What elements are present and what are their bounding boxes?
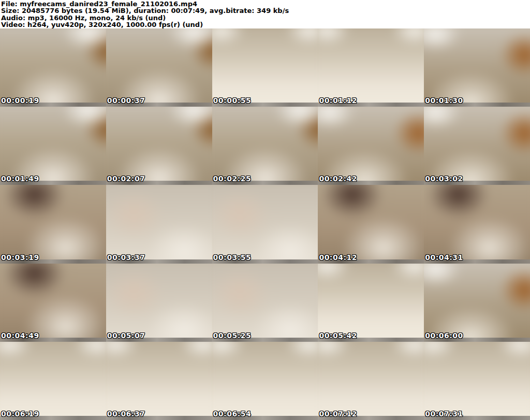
timestamp-overlay: 00:02:07 <box>107 175 145 183</box>
timestamp-overlay: 00:01:49 <box>1 175 39 183</box>
thumbnail: 00:01:30 <box>424 28 530 107</box>
video-frame-placeholder <box>106 28 212 107</box>
thumbnail: 00:06:19 <box>0 342 106 420</box>
thumbnail: 00:06:54 <box>212 342 318 420</box>
thumbnail: 00:07:31 <box>424 342 530 420</box>
video-frame-placeholder <box>424 28 530 107</box>
timestamp-overlay: 00:05:07 <box>107 331 145 340</box>
timestamp-overlay: 00:00:19 <box>1 96 39 105</box>
thumbnail: 00:04:49 <box>0 264 106 342</box>
file-info-line-file: File: myfreecams_danired23_female_211020… <box>1 1 530 7</box>
timestamp-overlay: 00:06:54 <box>213 410 252 418</box>
video-frame-placeholder <box>212 264 318 342</box>
thumbnail: 00:05:42 <box>318 264 424 342</box>
file-info-line-audio: Audio: mp3, 16000 Hz, mono, 24 kb/s (und… <box>1 15 530 21</box>
thumbnail: 00:01:12 <box>318 28 424 107</box>
thumbnail-grid: 00:00:19 00:00:37 00:00:55 00:01:12 00:0… <box>0 28 530 420</box>
video-frame-placeholder <box>212 28 318 107</box>
timestamp-overlay: 00:04:12 <box>319 253 357 262</box>
thumbnail: 00:03:02 <box>424 107 530 185</box>
thumbnail: 00:05:25 <box>212 264 318 342</box>
thumbnail: 00:05:07 <box>106 264 212 342</box>
video-frame-placeholder <box>212 342 318 420</box>
thumbnail: 00:04:12 <box>318 185 424 263</box>
timestamp-overlay: 00:03:19 <box>1 253 39 262</box>
video-frame-placeholder <box>0 107 106 185</box>
thumbnail: 00:03:37 <box>106 185 212 263</box>
file-info-line-video: Video: h264, yuv420p, 320x240, 1000.00 f… <box>1 21 530 28</box>
timestamp-overlay: 00:03:37 <box>107 253 145 262</box>
video-frame-placeholder <box>318 185 424 263</box>
video-frame-placeholder <box>106 342 212 420</box>
video-frame-placeholder <box>318 28 424 107</box>
timestamp-overlay: 00:06:37 <box>107 410 145 418</box>
thumbnail: 00:06:00 <box>424 264 530 342</box>
timestamp-overlay: 00:00:37 <box>107 96 145 105</box>
timestamp-overlay: 00:05:25 <box>213 331 252 340</box>
video-frame-placeholder <box>0 185 106 263</box>
thumbnail: 00:01:49 <box>0 107 106 185</box>
timestamp-overlay: 00:02:42 <box>319 175 357 183</box>
thumbnail: 00:02:07 <box>106 107 212 185</box>
video-frame-placeholder <box>318 107 424 185</box>
file-info-line-size: Size: 20485776 bytes (19.54 MiB), durati… <box>1 7 530 14</box>
timestamp-overlay: 00:07:31 <box>425 410 463 418</box>
timestamp-overlay: 00:00:55 <box>213 96 252 105</box>
timestamp-overlay: 00:06:19 <box>1 410 39 418</box>
video-frame-placeholder <box>424 107 530 185</box>
thumbnail: 00:04:31 <box>424 185 530 263</box>
thumbnail: 00:00:19 <box>0 28 106 107</box>
timestamp-overlay: 00:04:49 <box>1 331 39 340</box>
video-frame-placeholder <box>0 342 106 420</box>
thumbnail: 00:02:42 <box>318 107 424 185</box>
video-frame-placeholder <box>318 264 424 342</box>
thumbnail: 00:07:12 <box>318 342 424 420</box>
thumbnail: 00:00:37 <box>106 28 212 107</box>
thumbnail: 00:06:37 <box>106 342 212 420</box>
file-info-header: File: myfreecams_danired23_female_211020… <box>0 0 530 28</box>
video-frame-placeholder <box>106 264 212 342</box>
timestamp-overlay: 00:02:25 <box>213 175 252 183</box>
thumbnail: 00:00:55 <box>212 28 318 107</box>
timestamp-overlay: 00:03:02 <box>425 175 463 183</box>
thumbnail: 00:03:19 <box>0 185 106 263</box>
video-frame-placeholder <box>106 107 212 185</box>
video-frame-placeholder <box>318 342 424 420</box>
timestamp-overlay: 00:06:00 <box>425 331 463 340</box>
video-frame-placeholder <box>106 185 212 263</box>
thumbnail: 00:03:55 <box>212 185 318 263</box>
timestamp-overlay: 00:07:12 <box>319 410 357 418</box>
timestamp-overlay: 00:04:31 <box>425 253 463 262</box>
thumbnail: 00:02:25 <box>212 107 318 185</box>
timestamp-overlay: 00:01:12 <box>319 96 357 105</box>
video-frame-placeholder <box>0 264 106 342</box>
timestamp-overlay: 00:03:55 <box>213 253 252 262</box>
video-frame-placeholder <box>212 185 318 263</box>
timestamp-overlay: 00:01:30 <box>425 96 463 105</box>
video-frame-placeholder <box>212 107 318 185</box>
video-frame-placeholder <box>0 28 106 107</box>
video-frame-placeholder <box>424 185 530 263</box>
timestamp-overlay: 00:05:42 <box>319 331 357 340</box>
video-frame-placeholder <box>424 342 530 420</box>
video-frame-placeholder <box>424 264 530 342</box>
